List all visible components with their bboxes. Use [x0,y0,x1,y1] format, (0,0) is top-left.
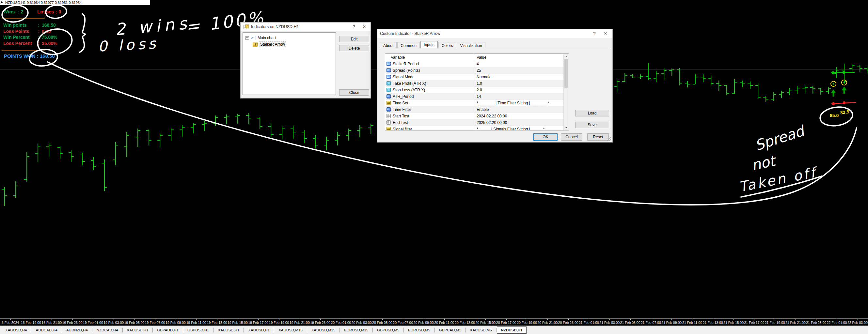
tree-item-main-chart[interactable]: Main chart [243,35,336,41]
time-axis-label: 22 Feb 01:00 [827,319,847,326]
custom-indicator-help-button[interactable]: ? [590,30,599,37]
close-button[interactable]: Close [339,89,369,96]
tree-collapse-icon[interactable] [246,36,249,40]
tab-colors[interactable]: Colors [438,42,456,48]
variable-value[interactable]: 14 [474,93,564,99]
indicators-tree-list[interactable]: Main chart f StalkeR Arrow [243,32,336,95]
chart-window-titlebar[interactable]: NZDUSD,H1 0.61964 0.61977 0.61931 0.6193… [0,0,150,5]
scrollbar-down-icon[interactable]: ▼ [564,125,569,130]
symbol-tab-nzdcad-h4[interactable]: NZDCAD,H4 [93,327,122,333]
input-row-take-profit-atr-x-[interactable]: ½Take Profit (ATR X)1.0 [385,80,564,87]
symbol-tab-audnzd-h4[interactable]: AUDNZD,H4 [62,327,92,333]
variable-name: Signal filter [393,127,412,131]
indicators-dialog-titlebar[interactable]: f Indicators on NZDUSD,H1 ? × [241,23,371,31]
time-axis[interactable]: 6 Feb 202416 Feb 19:0016 Feb 21:0016 Feb… [0,319,868,326]
input-row-atr-period[interactable]: 123ATR_Period14 [385,93,564,100]
symbol-tab-xauusd-m15[interactable]: XAUUSD,M15 [308,327,340,333]
symbol-tab-xagusd-h4[interactable]: XAGUSD,H4 [1,327,31,333]
time-axis-label: 19 Feb 15:00 [227,319,248,326]
input-row-end-test[interactable]: End Test2025.02.20 00:00 [385,120,564,126]
time-axis-label: 19 Feb 19:00 [269,319,289,326]
symbol-tab-gbpaud-h1[interactable]: GBPAUD,H1 [153,327,183,333]
variable-value[interactable]: 25 [474,67,564,73]
input-row-stop-loss-atr-x-[interactable]: ½Stop Loss (ATR X)2.0 [385,87,564,93]
symbol-tab-gbpcad-m1[interactable]: GBPCAD,M1 [435,327,465,333]
scrollbar-thumb[interactable] [564,59,568,88]
save-button[interactable]: Save [575,122,609,128]
delete-button[interactable]: Delete [339,45,369,51]
axis-tick [114,319,114,320]
variable-value[interactable]: *________| Time Filter Sitting |________… [474,100,564,106]
dialog-tab-strip: AboutCommonInputsColorsVisualization [380,41,486,48]
custom-indicator-close-icon[interactable]: × [601,30,611,37]
symbol-tab-xauusd-h1[interactable]: XAUUSD,H1 [123,327,152,333]
resize-grip[interactable] [608,137,612,141]
tab-visualization[interactable]: Visualization [457,42,485,48]
input-row-signal-filter[interactable]: abSignal filter* | Signals Filter Sittin… [385,126,564,131]
tab-common[interactable]: Common [397,42,420,48]
symbol-tab-bar: XAGUSD,H4AUDCAD,H4AUDNZD,H4NZDCAD,H4XAUU… [0,326,868,334]
axis-tick [630,319,631,320]
symbol-tab-xauusd-m15[interactable]: XAUUSD,M15 [275,327,307,333]
input-row-start-test[interactable]: Start Test2024.02.22 00:00 [385,113,564,120]
variable-value[interactable]: Normale [474,74,564,80]
symbol-tab-eurusd-m5[interactable]: EURUSD,M5 [404,327,434,333]
symbol-tab-gbpusd-h1[interactable]: GBPUSD,H1 [183,327,213,333]
time-axis-label: 19 Feb 09:00 [165,319,186,326]
stats-row: Loss Points:0.00 [3,29,73,34]
stats-overlay: Wins : 2 Losses : 0 ++ Win points:168.50… [1,5,76,68]
input-row-stalker-period[interactable]: 123StalkeR Period4 [385,61,564,67]
axis-tick [548,319,548,320]
time-axis-label: 21 Feb 07:00 [641,319,661,326]
symbol-tab-nzdusd-h1[interactable]: NZDUSD,H1 [497,327,527,334]
cancel-button[interactable]: Cancel [561,133,582,141]
symbol-tab-xauusd-m5[interactable]: XAUUSD,M5 [466,327,496,333]
edit-button[interactable]: Edit [339,36,369,42]
variable-value[interactable]: 1.0 [474,80,564,87]
symbol-tab-eurusd-m15[interactable]: EURUSD,M15 [340,327,372,333]
tab-separator [307,328,307,332]
input-row-signal-mode[interactable]: 123Signal ModeNormale [385,74,564,80]
variable-value[interactable]: 2025.02.20 00:00 [474,120,564,126]
tree-item-stalker-arrow[interactable]: f StalkeR Arrow [243,41,336,47]
tab-inputs[interactable]: Inputs [421,41,438,48]
axis-tick [858,319,858,320]
input-row-time-set[interactable]: abTime Set*________| Time Filter Sitting… [385,100,564,106]
text-type-icon: ab [386,127,391,131]
variable-value[interactable]: Enable [474,106,564,112]
symbol-tab-gbpusd-m5[interactable]: GBPUSD,M5 [373,327,403,333]
axis-tick [775,319,775,320]
variable-value[interactable]: * | Signals Filter Sitting | * [474,126,564,131]
variable-value[interactable]: 4 [474,61,564,67]
time-axis-label: 19 Feb 17:00 [248,319,269,326]
reset-button[interactable]: Reset [587,133,609,141]
symbol-tab-xauusd-h1[interactable]: XAUUSD,H1 [214,327,243,333]
variable-name: Spread (Points) [393,68,420,73]
axis-tick [816,319,816,320]
indicators-help-button[interactable]: ? [349,23,359,30]
inputs-table-header: Variable Value [385,54,569,61]
tree-item-label: StalkeR Arrow [259,42,286,47]
input-row-spread-points-[interactable]: 123Spread (Points)25 [385,67,564,74]
wins-count: Wins : 2 [3,9,24,14]
time-axis-label: 21 Feb 23:00 [806,319,827,326]
axis-tick [713,319,713,320]
indicators-dialog: f Indicators on NZDUSD,H1 ? × Main chart… [240,22,371,99]
axis-tick [568,319,569,320]
indicators-close-icon[interactable]: × [360,23,369,30]
variable-value[interactable]: 2.0 [474,87,564,93]
load-button[interactable]: Load [575,110,609,116]
variable-value[interactable]: 2024.02.22 00:00 [474,113,564,119]
symbol-tab-xauusd-h1[interactable]: XAUUSD,H1 [244,327,274,333]
input-row-time-filter[interactable]: 123Time FilterEnable [385,106,564,113]
symbol-tab-audcad-h4[interactable]: AUDCAD,H4 [32,327,61,333]
tab-about[interactable]: About [380,42,397,48]
custom-indicator-titlebar[interactable]: Custom Indicator - StalkeR Arrow ? × [377,29,612,38]
table-scrollbar[interactable]: ▲ ▼ [563,54,569,130]
decimal-type-icon: ½ [386,88,391,92]
ok-button[interactable]: OK [533,133,558,141]
scrollbar-up-icon[interactable]: ▲ [564,54,569,59]
time-axis-label: 19 Feb 07:00 [145,319,165,326]
axis-tick [52,319,52,320]
time-axis-label: 22 Feb 03:00 [847,319,868,326]
